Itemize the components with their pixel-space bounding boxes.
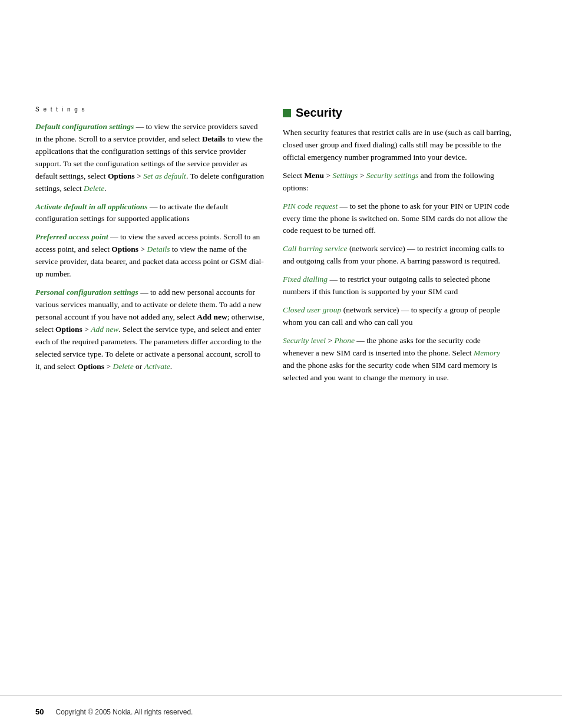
text-closed-user-suffix: (network service)	[341, 305, 399, 314]
text-default-config-5: .	[104, 184, 106, 193]
para-fixed-dialling: Fixed dialling — to restrict your outgoi…	[283, 274, 513, 298]
link-closed-user: Closed user group	[283, 305, 341, 314]
italic-delete-2: Delete	[113, 362, 133, 371]
para-pin-code: PIN code request — to set the phone to a…	[283, 200, 513, 238]
bold-options-4: Options	[77, 362, 104, 371]
text-arrow-2: >	[358, 171, 366, 180]
page: S e t t i n g s Default configuration se…	[0, 0, 562, 728]
text-personal-6: or	[134, 362, 144, 371]
italic-delete-1: Delete	[84, 184, 104, 193]
security-title-square	[283, 109, 291, 117]
link-pin-code: PIN code request	[283, 202, 338, 210]
text-select: Select	[283, 171, 304, 180]
bold-options-3: Options	[55, 325, 82, 334]
page-number: 50	[35, 707, 44, 716]
para-activate-default: Activate default in all applications — t…	[35, 201, 265, 226]
text-personal-7: .	[170, 362, 172, 371]
security-section-title: Security	[283, 106, 513, 120]
italic-details: Details	[147, 245, 170, 253]
text-default-config-3: >	[135, 172, 143, 180]
italic-security-settings: Security settings	[366, 171, 419, 180]
para-personal-config: Personal configuration settings — to add…	[35, 286, 265, 373]
footer-copyright: Copyright © 2005 Nokia. All rights reser…	[55, 708, 193, 716]
left-column: S e t t i n g s Default configuration se…	[35, 106, 265, 390]
section-header: S e t t i n g s	[35, 106, 265, 113]
bold-options-1: Options	[108, 172, 135, 180]
bold-details: Details	[202, 134, 226, 143]
italic-activate: Activate	[144, 362, 170, 371]
bold-options-2: Options	[111, 245, 138, 253]
italic-memory: Memory	[474, 348, 500, 357]
italic-add-new: Add new	[91, 325, 118, 334]
para-preferred-access: Preferred access point — to view the sav…	[35, 231, 265, 281]
link-default-config: Default configuration settings	[35, 122, 134, 131]
italic-set-as-default: Set as default	[143, 172, 186, 180]
para-default-config: Default configuration settings — to view…	[35, 121, 265, 195]
para-security-level: Security level > Phone — the phone asks …	[283, 335, 513, 384]
text-preferred-2: >	[138, 245, 147, 253]
link-phone: Phone	[334, 336, 355, 345]
link-personal-config: Personal configuration settings	[35, 288, 138, 297]
security-title-text: Security	[296, 106, 342, 120]
para-closed-user: Closed user group (network service) — to…	[283, 304, 513, 329]
content-area: S e t t i n g s Default configuration se…	[0, 0, 562, 426]
link-fixed-dialling: Fixed dialling	[283, 275, 328, 284]
para-menu-instruction: Select Menu > Settings > Security settin…	[283, 170, 513, 195]
link-call-barring: Call barring service	[283, 244, 348, 253]
bold-add-new: Add new	[197, 312, 227, 321]
footer: 50 Copyright © 2005 Nokia. All rights re…	[0, 695, 562, 728]
right-column: Security When security features that res…	[283, 106, 513, 390]
text-arrow-1: >	[324, 171, 332, 180]
link-security-level: Security level	[283, 336, 326, 345]
text-call-barring-suffix: (network service)	[348, 244, 405, 253]
link-activate-default: Activate default in all applications	[35, 202, 148, 211]
italic-settings: Settings	[333, 171, 358, 180]
bold-menu: Menu	[304, 171, 324, 180]
text-security-arrow: >	[326, 336, 334, 345]
para-security-intro: When security features that restrict cal…	[283, 127, 513, 164]
text-security-level-2: and the phone asks for the security code…	[283, 361, 497, 382]
text-personal-5: >	[104, 362, 113, 371]
para-call-barring: Call barring service (network service) —…	[283, 243, 513, 268]
link-preferred-access: Preferred access point	[35, 232, 108, 241]
text-personal-3: >	[82, 325, 91, 334]
